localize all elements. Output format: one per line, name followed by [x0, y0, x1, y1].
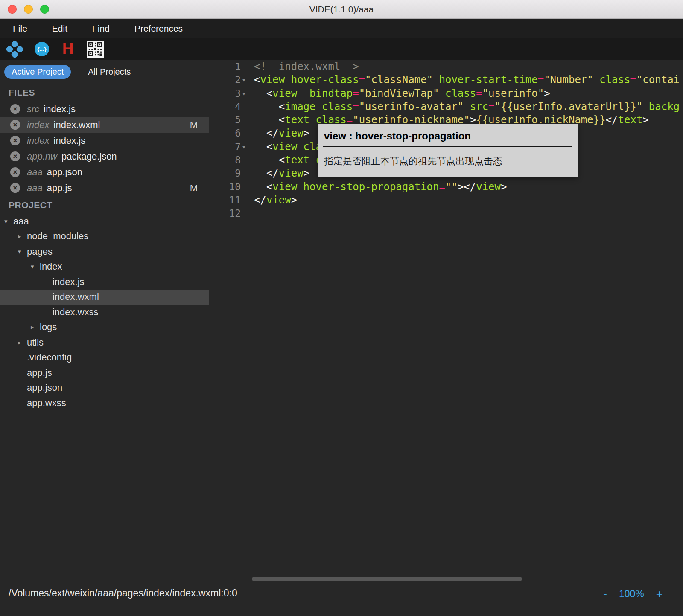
file-item[interactable]: ×srcindex.js — [0, 101, 209, 117]
tree-item[interactable]: ▾pages — [0, 244, 209, 259]
tree-item[interactable]: .videconfig — [0, 350, 209, 366]
tree-item-label: index.js — [53, 276, 85, 288]
line-number: 7▾ — [209, 140, 251, 154]
fold-icon[interactable]: ▾ — [241, 73, 251, 87]
sidebar: Active Project All Projects FILES ×srcin… — [0, 60, 209, 584]
line-number: 6 — [209, 127, 251, 140]
code-line[interactable]: 4 <image class="userinfo-avatar" src="{{… — [209, 100, 683, 113]
code-line[interactable]: 3▾ <view bindtap="bindViewTap" class="us… — [209, 87, 683, 100]
h-logo-icon[interactable]: H — [61, 40, 75, 58]
disclosure-right-icon[interactable]: ▸ — [31, 323, 40, 331]
file-item[interactable]: ×indexindex.js — [0, 133, 209, 148]
tooltip-popup: view : hover-stop-propagation 指定是否阻止本节点的… — [318, 124, 578, 177]
file-name: index.js — [54, 135, 86, 146]
open-files-list: ×srcindex.js×indexindex.wxmlM×indexindex… — [0, 101, 209, 196]
project-tree: ▾aaa▸node_modules▾pages▾indexindex.jsind… — [0, 214, 209, 411]
tab-all-projects[interactable]: All Projects — [88, 67, 131, 77]
file-name: app.json — [47, 167, 82, 178]
project-header: PROJECT — [0, 196, 209, 214]
tab-active-project[interactable]: Active Project — [4, 65, 71, 79]
code-line[interactable]: 2▾<view hover-class="className" hover-st… — [209, 73, 683, 87]
code-text: <view hover-stop-propagation=""></view> — [251, 180, 507, 194]
code-text: <view cla — [251, 140, 322, 154]
horizontal-scrollbar[interactable] — [252, 577, 680, 581]
tree-item[interactable]: index.wxml — [0, 290, 209, 305]
zoom-controls: - 100% + — [603, 587, 663, 601]
tree-item-label: index.wxss — [53, 307, 99, 318]
disclosure-right-icon[interactable]: ▸ — [18, 232, 27, 240]
line-number: 5 — [209, 113, 251, 127]
devtools-pinwheel-icon[interactable] — [6, 41, 23, 58]
close-file-icon[interactable]: × — [10, 104, 20, 114]
code-text: </view> — [251, 127, 309, 140]
disclosure-down-icon[interactable]: ▾ — [31, 263, 40, 270]
tree-item-label: logs — [40, 322, 57, 333]
tree-item[interactable]: ▸utils — [0, 335, 209, 350]
close-window-button[interactable] — [8, 5, 17, 14]
menu-preferences[interactable]: Preferences — [134, 23, 183, 34]
menu-edit[interactable]: Edit — [52, 23, 67, 34]
line-number: 2▾ — [209, 73, 251, 87]
code-text: </view> — [251, 167, 309, 180]
tree-item[interactable]: ▾index — [0, 259, 209, 275]
close-file-icon[interactable]: × — [10, 136, 20, 145]
close-file-icon[interactable]: × — [10, 183, 20, 193]
line-number: 3▾ — [209, 87, 251, 100]
close-file-icon[interactable]: × — [10, 151, 20, 161]
qrcode-icon[interactable] — [87, 41, 104, 58]
zoom-out-button[interactable]: - — [603, 587, 607, 601]
file-item[interactable]: ×indexindex.wxmlM — [0, 117, 209, 133]
tree-item-label: app.json — [27, 382, 62, 393]
zoom-in-button[interactable]: + — [656, 587, 663, 601]
file-folder-prefix: app.nw — [27, 151, 57, 162]
file-folder-prefix: aaa — [27, 167, 43, 178]
code-line[interactable]: 11</view> — [209, 194, 683, 207]
line-number: 10 — [209, 180, 251, 194]
fold-icon[interactable]: ▾ — [241, 87, 251, 100]
tree-item[interactable]: ▾aaa — [0, 214, 209, 229]
modified-badge: M — [190, 119, 198, 131]
modified-badge: M — [190, 183, 198, 194]
toolbar: {...} H — [0, 38, 683, 60]
line-number: 11 — [209, 194, 251, 207]
close-file-icon[interactable]: × — [10, 167, 20, 177]
menu-file[interactable]: File — [13, 23, 27, 34]
code-line[interactable]: 12 — [209, 207, 683, 220]
tree-item[interactable]: ▸node_modules — [0, 229, 209, 244]
tree-item[interactable]: app.wxss — [0, 395, 209, 411]
tree-item-label: aaa — [13, 216, 29, 227]
file-folder-prefix: aaa — [27, 183, 43, 194]
line-number: 12 — [209, 207, 251, 220]
code-text: <view hover-class="className" hover-star… — [251, 73, 680, 87]
file-item[interactable]: ×aaaapp.jsM — [0, 180, 209, 196]
tree-item-label: index.wxml — [53, 291, 99, 302]
scrollbar-thumb[interactable] — [252, 577, 522, 581]
disclosure-down-icon[interactable]: ▾ — [4, 218, 13, 225]
file-item[interactable]: ×app.nwpackage.json — [0, 148, 209, 164]
disclosure-down-icon[interactable]: ▾ — [18, 248, 27, 256]
minimize-window-button[interactable] — [24, 5, 33, 14]
window-title: VIDE(1.1.0)/aaa — [0, 4, 683, 15]
tree-item[interactable]: ▸logs — [0, 320, 209, 335]
tree-item[interactable]: app.json — [0, 381, 209, 396]
file-folder-prefix: index — [27, 135, 50, 146]
line-number: 1 — [209, 60, 251, 73]
tree-item-label: app.js — [27, 367, 52, 378]
close-file-icon[interactable]: × — [10, 120, 20, 130]
file-name: index.js — [44, 104, 76, 115]
fold-icon[interactable]: ▾ — [241, 140, 251, 154]
file-name: app.js — [47, 183, 72, 194]
disclosure-right-icon[interactable]: ▸ — [18, 339, 27, 346]
code-line[interactable]: 1<!--index.wxml--> — [209, 60, 683, 73]
code-text: <text c — [251, 154, 322, 167]
tree-item[interactable]: index.js — [0, 274, 209, 290]
tree-item[interactable]: app.js — [0, 365, 209, 381]
zoom-window-button[interactable] — [40, 5, 49, 14]
file-item[interactable]: ×aaaapp.json — [0, 164, 209, 180]
line-number: 9 — [209, 167, 251, 180]
tree-item-label: utils — [27, 337, 44, 348]
code-line[interactable]: 10 <view hover-stop-propagation=""></vie… — [209, 180, 683, 194]
tree-item[interactable]: index.wxss — [0, 305, 209, 320]
braces-icon[interactable]: {...} — [35, 42, 49, 56]
menu-find[interactable]: Find — [92, 23, 110, 34]
